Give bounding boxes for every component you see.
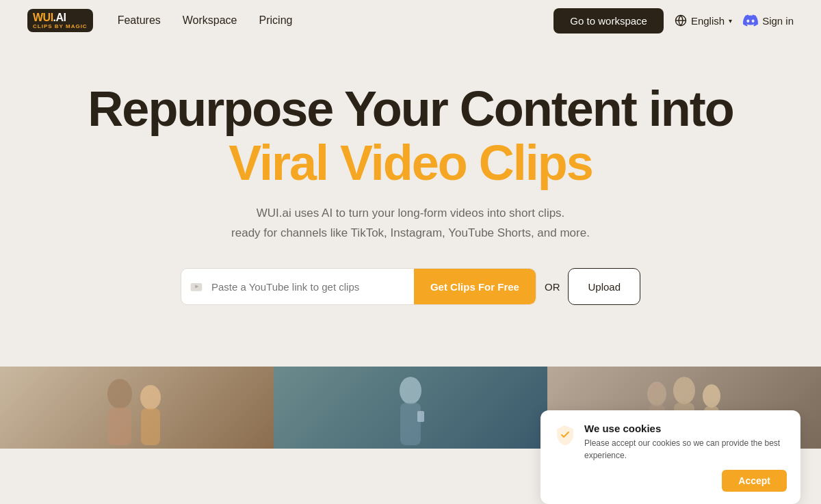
globe-icon — [675, 14, 687, 27]
nav-links: Features Workspace Pricing — [118, 14, 293, 27]
logo-box: WUI.AI CLIPS BY MAGIC — [27, 9, 93, 32]
image-2 — [274, 367, 547, 449]
svg-rect-7 — [141, 408, 160, 445]
get-clips-button[interactable]: Get Clips For Free — [414, 269, 536, 304]
svg-rect-10 — [417, 411, 424, 422]
hero-subtitle: WUI.ai uses AI to turn your long-form vi… — [231, 204, 590, 243]
image-silhouette-2 — [349, 370, 472, 445]
svg-rect-9 — [400, 403, 421, 445]
logo-ai: .AI — [53, 12, 66, 24]
nav-item-features[interactable]: Features — [118, 14, 161, 27]
search-icon-wrapper — [181, 280, 211, 293]
go-to-workspace-button[interactable]: Go to workspace — [553, 8, 664, 34]
nav-link-workspace[interactable]: Workspace — [183, 14, 237, 26]
shield-icon — [554, 424, 576, 446]
cookie-text: Please accept our cookies so we can prov… — [584, 437, 787, 462]
nav-link-pricing[interactable]: Pricing — [259, 14, 293, 26]
youtube-icon — [190, 280, 203, 293]
cookie-header: We use cookies Please accept our cookies… — [554, 423, 787, 462]
language-selector[interactable]: English ▾ — [675, 14, 732, 27]
cookie-banner: We use cookies Please accept our cookies… — [540, 410, 800, 504]
cookie-content: We use cookies Please accept our cookies… — [584, 423, 787, 462]
search-bar-container: Get Clips For Free OR Upload — [181, 268, 640, 305]
cookie-footer: Accept — [554, 470, 787, 492]
sign-in-button[interactable]: Sign in — [743, 13, 794, 28]
nav-item-pricing[interactable]: Pricing — [259, 14, 293, 27]
hero-title-line1: Repurpose Your Content into — [88, 81, 733, 136]
nav-right: Go to workspace English ▾ Sign in — [553, 8, 794, 34]
svg-rect-5 — [108, 408, 131, 445]
svg-point-4 — [107, 379, 132, 409]
discord-icon — [743, 13, 758, 28]
hero-title: Repurpose Your Content into Viral Video … — [88, 82, 733, 190]
svg-point-11 — [647, 382, 666, 406]
hero-title-line2: Viral Video Clips — [229, 135, 592, 190]
language-label: English — [691, 15, 725, 27]
logo-wui: WUI — [33, 12, 53, 24]
logo-text: WUI.AI — [33, 12, 88, 24]
accept-cookies-button[interactable]: Accept — [722, 470, 787, 492]
or-text: OR — [545, 281, 560, 293]
hero-section: Repurpose Your Content into Viral Video … — [0, 41, 821, 332]
search-bar-wrapper: Get Clips For Free — [181, 268, 536, 305]
chevron-down-icon: ▾ — [729, 17, 732, 25]
nav-link-features[interactable]: Features — [118, 14, 161, 26]
logo-sub: CLIPS BY MAGIC — [33, 24, 88, 29]
navbar: WUI.AI CLIPS BY MAGIC Features Workspace… — [0, 0, 821, 41]
image-silhouette-1 — [75, 370, 198, 445]
cookie-title: We use cookies — [584, 423, 787, 434]
sign-in-label: Sign in — [762, 15, 794, 27]
nav-left: WUI.AI CLIPS BY MAGIC Features Workspace… — [27, 9, 292, 32]
upload-button[interactable]: Upload — [568, 268, 640, 305]
svg-point-6 — [140, 385, 161, 410]
svg-point-13 — [673, 377, 695, 404]
logo-inner: WUI.AI CLIPS BY MAGIC — [33, 12, 88, 29]
svg-point-8 — [400, 377, 421, 404]
youtube-link-input[interactable] — [211, 281, 414, 293]
svg-point-15 — [703, 384, 720, 408]
logo-link[interactable]: WUI.AI CLIPS BY MAGIC — [27, 9, 93, 32]
nav-item-workspace[interactable]: Workspace — [183, 14, 237, 27]
image-1 — [0, 367, 274, 449]
